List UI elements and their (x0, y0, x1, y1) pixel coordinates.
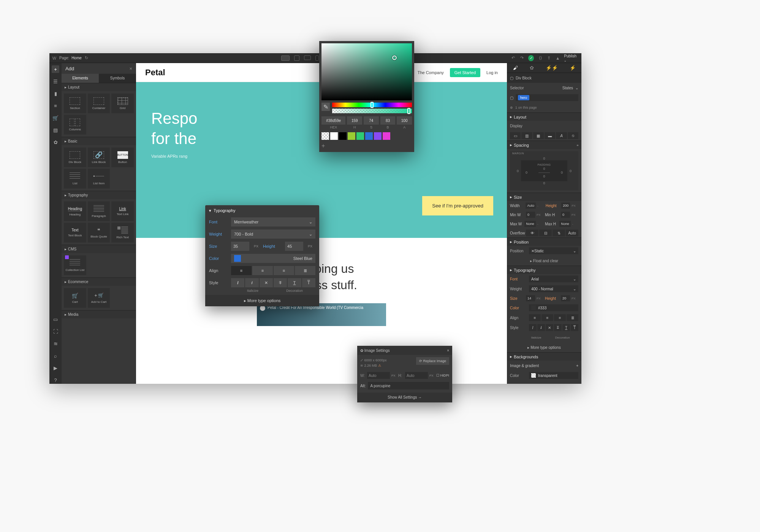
alpha-slider[interactable] (332, 109, 412, 113)
cms-icon[interactable]: ≡ (52, 102, 59, 109)
float-italic-off-icon[interactable]: I (245, 278, 258, 287)
add-swatch-icon[interactable]: + (321, 142, 412, 150)
element-paragraph[interactable]: Paragraph (88, 201, 110, 221)
eyedropper-icon[interactable]: ✎ (321, 103, 330, 111)
pages-icon[interactable]: ☰ (52, 78, 59, 85)
element-list-item[interactable]: List Item (88, 169, 110, 188)
add-panel-icon[interactable]: + (52, 65, 59, 73)
display-inline-block-icon[interactable]: ▬ (545, 132, 555, 139)
alt-input[interactable]: A porcupine (368, 382, 449, 390)
video-icon[interactable]: ▶ (52, 364, 59, 372)
float-size-input[interactable]: 35 (231, 242, 249, 251)
display-flex-icon[interactable]: ▥ (521, 132, 532, 139)
align-justify-icon[interactable]: ≣ (567, 314, 578, 321)
selector-field[interactable]: hero (516, 94, 578, 101)
swatch[interactable] (374, 132, 382, 140)
element-container[interactable]: Container (88, 93, 110, 113)
maxh-input[interactable]: None (559, 221, 571, 227)
color-input[interactable]: #333 (529, 304, 578, 311)
lineheight-input[interactable]: 20 (561, 295, 570, 301)
replace-image-button[interactable]: ⟳ Replace Image (416, 357, 449, 365)
a-input[interactable]: 100 (397, 116, 412, 125)
element-collection-list[interactable]: Collection List (64, 255, 86, 275)
swatch[interactable] (330, 132, 338, 140)
float-dec-strike-icon[interactable]: T (274, 278, 287, 287)
device-tablet-icon[interactable] (294, 55, 299, 61)
float-dec-underline-icon[interactable]: T (288, 278, 301, 287)
element-div-block[interactable]: Div Block (64, 147, 86, 167)
breadcrumb[interactable]: Div Block (516, 76, 532, 80)
swatch[interactable] (321, 132, 329, 140)
tab-settings-icon[interactable]: ✿ (530, 65, 534, 71)
italic-on-icon[interactable]: I (529, 324, 537, 331)
swatch[interactable] (365, 132, 373, 140)
bg-color-input[interactable]: transparent (529, 372, 578, 379)
display-inline-icon[interactable]: A (556, 132, 567, 139)
hidpi-toggle[interactable]: ☐ HiDPI (436, 374, 449, 377)
assets-icon[interactable]: ▧ (52, 126, 59, 134)
display-grid-icon[interactable]: ▦ (533, 132, 544, 139)
swatch[interactable] (383, 132, 390, 140)
element-columns[interactable]: Columns (64, 115, 86, 135)
maxw-input[interactable]: None (524, 221, 536, 227)
play-icon[interactable] (260, 306, 265, 311)
float-clear-toggle[interactable]: ▸ Float and clear (530, 259, 558, 263)
tab-elements[interactable]: Elements (62, 74, 99, 83)
spacing-editor[interactable]: MARGIN 0 0 PADDING 0 00 0 0 0 (510, 151, 578, 190)
dec-strike-icon[interactable]: T (554, 324, 562, 331)
element-section[interactable]: Section (64, 93, 86, 113)
swatch[interactable] (339, 132, 347, 140)
history-icon[interactable]: ↻ (84, 55, 89, 61)
float-dec-overline-icon[interactable]: T (302, 278, 315, 287)
device-mobile-icon[interactable] (315, 55, 319, 61)
hue-slider[interactable] (332, 103, 412, 107)
preapproved-button[interactable]: See if I'm pre-approved (422, 196, 493, 215)
display-none-icon[interactable]: ⦸ (568, 132, 578, 139)
redo-icon[interactable]: ↷ (519, 55, 524, 61)
element-rich-text[interactable]: Rich Text (111, 223, 134, 242)
float-align-center-icon[interactable]: ≡ (252, 266, 273, 275)
tab-interactions-icon[interactable]: ⚡⚡ (546, 65, 558, 71)
undo-icon[interactable]: ↶ (511, 55, 516, 61)
webflow-logo[interactable]: W (52, 55, 57, 61)
close-icon[interactable]: × (129, 66, 132, 71)
float-align-right-icon[interactable]: ≡ (274, 266, 294, 275)
float-dec-none-icon[interactable]: ✕ (260, 278, 273, 287)
h-input[interactable]: 159 (347, 116, 362, 125)
overflow-scroll-icon[interactable]: ⇅ (553, 230, 565, 236)
element-link-block[interactable]: 🔗Link Block (88, 147, 110, 167)
float-align-justify-icon[interactable]: ≣ (295, 266, 315, 275)
s-input[interactable]: 74 (364, 116, 379, 125)
element-list[interactable]: List (64, 169, 86, 188)
float-color-input[interactable]: Steel Blue (231, 254, 315, 263)
dec-none-icon[interactable]: ✕ (546, 324, 553, 331)
page-name[interactable]: Home (71, 56, 82, 60)
element-heading[interactable]: HeadingHeading (64, 201, 86, 221)
nav-company[interactable]: The Company (418, 70, 444, 75)
tab-style-icon[interactable]: 🖌 (513, 65, 518, 71)
font-select[interactable]: Arial⌄ (529, 276, 578, 282)
position-select[interactable]: ✕ Static⌄ (529, 247, 578, 254)
align-center-icon[interactable]: ≡ (542, 314, 553, 321)
audit-icon[interactable]: ▲ (555, 55, 560, 61)
show-all-settings-button[interactable]: Show All Settings → (357, 393, 452, 402)
image-width-input[interactable]: Auto (367, 372, 390, 379)
typo-panel-header[interactable]: ▾Typography (205, 205, 319, 216)
float-lineheight-input[interactable]: 45 (285, 242, 303, 251)
float-italic-on-icon[interactable]: I (231, 278, 244, 287)
spacing-expand-icon[interactable]: ▫ (577, 143, 578, 147)
element-grid[interactable]: Grid (111, 93, 134, 113)
element-block-quote[interactable]: ❝Block Quote (88, 223, 110, 242)
italic-off-icon[interactable]: I (537, 324, 545, 331)
height-input[interactable]: 200 (561, 203, 570, 209)
device-icon[interactable]: ▭ (52, 315, 59, 323)
brand-logo[interactable]: Petal (145, 68, 165, 78)
login-link[interactable]: Log in (486, 70, 498, 75)
weight-select[interactable]: 400 - Normal⌄ (529, 285, 578, 292)
color-saturation-area[interactable] (321, 43, 412, 100)
tab-symbols[interactable]: Symbols (99, 74, 136, 83)
element-text-link[interactable]: LinkText Link (111, 201, 134, 221)
code-icon[interactable]: ⟨⟩ (538, 55, 543, 61)
navigator-icon[interactable]: ⛶ (52, 328, 59, 335)
align-right-icon[interactable]: ≡ (554, 314, 566, 321)
